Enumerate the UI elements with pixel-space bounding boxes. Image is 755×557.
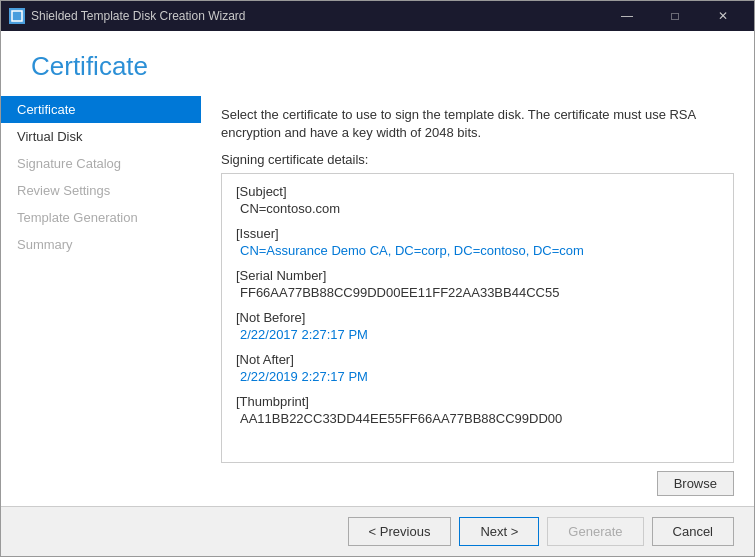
subject-value: CN=contoso.com [236, 201, 719, 216]
window-controls: — □ ✕ [604, 1, 746, 31]
not-after-label: [Not After] [236, 352, 719, 367]
sidebar-item-signature-catalog: Signature Catalog [1, 150, 201, 177]
restore-button[interactable]: □ [652, 1, 698, 31]
instruction-text: Select the certificate to use to sign th… [221, 106, 734, 142]
sidebar-item-virtual-disk[interactable]: Virtual Disk [1, 123, 201, 150]
browse-row: Browse [221, 471, 734, 496]
serial-value: FF66AA77BB88CC99DD00EE11FF22AA33BB44CC55 [236, 285, 719, 300]
issuer-value: CN=Assurance Demo CA, DC=corp, DC=contos… [236, 243, 719, 258]
thumbprint-label: [Thumbprint] [236, 394, 719, 409]
close-button[interactable]: ✕ [700, 1, 746, 31]
window-icon [9, 8, 25, 24]
page-title: Certificate [31, 51, 724, 82]
sidebar-item-template-generation: Template Generation [1, 204, 201, 231]
page-header: Certificate [1, 31, 754, 92]
not-after-value: 2/22/2019 2:27:17 PM [236, 369, 719, 384]
serial-label: [Serial Number] [236, 268, 719, 283]
svg-rect-1 [14, 13, 20, 19]
cert-details-box: [Subject] CN=contoso.com [Issuer] CN=Ass… [221, 173, 734, 463]
generate-button: Generate [547, 517, 643, 546]
browse-button[interactable]: Browse [657, 471, 734, 496]
sidebar-item-summary: Summary [1, 231, 201, 258]
issuer-label: [Issuer] [236, 226, 719, 241]
thumbprint-value: AA11BB22CC33DD44EE55FF66AA77BB88CC99DD00 [236, 411, 719, 426]
subject-label: [Subject] [236, 184, 719, 199]
previous-button[interactable]: < Previous [348, 517, 452, 546]
sidebar-item-certificate[interactable]: Certificate [1, 96, 201, 123]
next-button[interactable]: Next > [459, 517, 539, 546]
section-label: Signing certificate details: [221, 152, 734, 167]
window-title: Shielded Template Disk Creation Wizard [31, 9, 598, 23]
title-bar: Shielded Template Disk Creation Wizard —… [1, 1, 754, 31]
not-before-value: 2/22/2017 2:27:17 PM [236, 327, 719, 342]
sidebar-item-review-settings: Review Settings [1, 177, 201, 204]
wizard-window: Shielded Template Disk Creation Wizard —… [0, 0, 755, 557]
minimize-button[interactable]: — [604, 1, 650, 31]
cancel-button[interactable]: Cancel [652, 517, 734, 546]
main-panel: Select the certificate to use to sign th… [201, 92, 754, 506]
footer: < Previous Next > Generate Cancel [1, 506, 754, 556]
content-area: Certificate Virtual Disk Signature Catal… [1, 92, 754, 506]
not-before-label: [Not Before] [236, 310, 719, 325]
sidebar: Certificate Virtual Disk Signature Catal… [1, 92, 201, 506]
